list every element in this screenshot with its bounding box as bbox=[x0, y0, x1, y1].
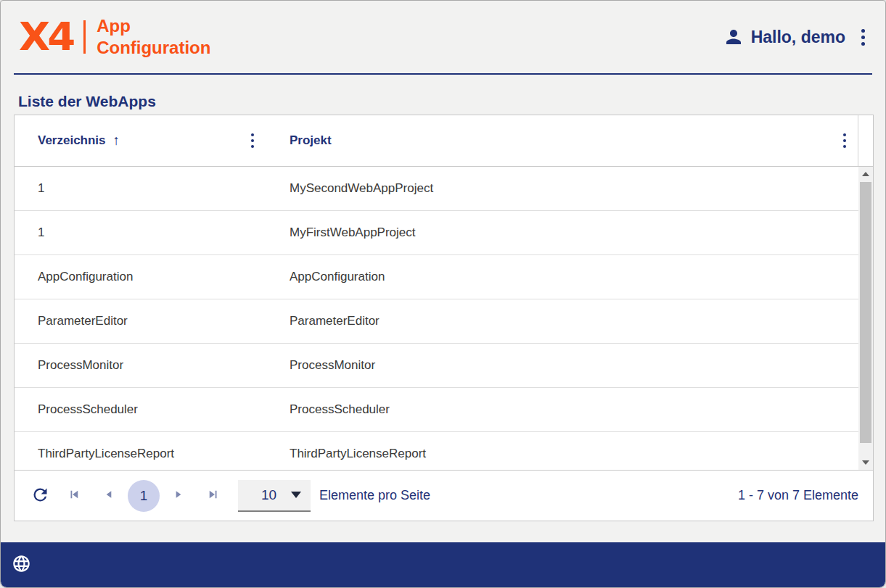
app-header: X4 App Configuration Hallo, demo bbox=[1, 1, 885, 73]
column-header-projekt: Projekt bbox=[268, 115, 858, 166]
next-page-button[interactable] bbox=[170, 486, 187, 505]
table-row[interactable]: 1 MyFirstWebAppProject bbox=[15, 211, 858, 255]
column-header-verzeichnis: Verzeichnis ↑ bbox=[15, 115, 268, 166]
table-header-scrollbar-spacer bbox=[858, 115, 873, 166]
app-footer bbox=[1, 542, 885, 587]
column-header-verzeichnis-label[interactable]: Verzeichnis bbox=[38, 133, 106, 148]
table-row[interactable]: ProcessMonitor ProcessMonitor bbox=[15, 344, 858, 388]
scrollbar-thumb[interactable] bbox=[860, 182, 871, 443]
table-scrollbar[interactable] bbox=[858, 167, 873, 470]
table-row[interactable]: ThirdPartyLicenseReport ThirdPartyLicens… bbox=[15, 432, 858, 470]
column-menu-verzeichnis-button[interactable] bbox=[247, 129, 258, 152]
app-window: X4 App Configuration Hallo, demo Liste d… bbox=[0, 0, 886, 588]
cell-projekt: ParameterEditor bbox=[268, 314, 858, 328]
scroll-up-icon bbox=[862, 172, 869, 176]
app-name: App Configuration bbox=[97, 15, 210, 59]
refresh-button[interactable] bbox=[30, 485, 50, 507]
page-size-label: Elemente pro Seite bbox=[319, 488, 430, 503]
current-page-button[interactable]: 1 bbox=[128, 480, 160, 512]
cell-verzeichnis: ProcessMonitor bbox=[15, 358, 268, 373]
cell-projekt: AppConfiguration bbox=[268, 270, 858, 284]
language-button[interactable] bbox=[12, 554, 31, 576]
table-row[interactable]: 1 MySecondWebAppProject bbox=[15, 167, 858, 211]
user-greeting: Hallo, demo bbox=[723, 26, 845, 48]
table-header-row: Verzeichnis ↑ Projekt bbox=[15, 115, 873, 167]
logo-divider bbox=[83, 20, 86, 54]
header-menu-button[interactable] bbox=[857, 25, 869, 50]
cell-verzeichnis: ParameterEditor bbox=[15, 314, 268, 328]
page-title: Liste der WebApps bbox=[18, 93, 156, 110]
chevron-right-icon bbox=[173, 489, 184, 502]
pagination-bar: 1 10 bbox=[15, 470, 873, 521]
cell-verzeichnis: 1 bbox=[15, 181, 268, 196]
cell-verzeichnis: ProcessScheduler bbox=[15, 402, 268, 417]
previous-page-button[interactable] bbox=[100, 486, 118, 505]
cell-projekt: MySecondWebAppProject bbox=[268, 181, 858, 196]
last-page-button[interactable] bbox=[204, 485, 223, 506]
globe-icon bbox=[12, 554, 31, 576]
cell-verzeichnis: 1 bbox=[15, 225, 268, 240]
person-icon bbox=[723, 26, 745, 48]
webapps-table: Verzeichnis ↑ Projekt 1 MySecondWebAppPr… bbox=[14, 115, 874, 521]
header-divider bbox=[14, 73, 872, 75]
scrollbar-up-button[interactable] bbox=[858, 167, 873, 181]
table-row[interactable]: AppConfiguration AppConfiguration bbox=[15, 255, 858, 299]
column-menu-projekt-button[interactable] bbox=[839, 129, 850, 152]
app-logo: X4 App Configuration bbox=[19, 15, 210, 59]
cell-projekt: ThirdPartyLicenseReport bbox=[268, 447, 858, 461]
cell-verzeichnis: ThirdPartyLicenseReport bbox=[15, 447, 268, 461]
refresh-icon bbox=[30, 485, 50, 507]
cell-verzeichnis: AppConfiguration bbox=[15, 270, 268, 284]
cell-projekt: MyFirstWebAppProject bbox=[268, 225, 858, 240]
pagination-range-label: 1 - 7 von 7 Elemente bbox=[738, 488, 858, 503]
column-header-projekt-label[interactable]: Projekt bbox=[290, 133, 332, 148]
pager-controls: 1 bbox=[57, 480, 231, 512]
sort-asc-icon[interactable]: ↑ bbox=[113, 133, 120, 149]
caret-down-icon bbox=[291, 492, 301, 498]
table-rows: 1 MySecondWebAppProject 1 MyFirstWebAppP… bbox=[15, 167, 858, 470]
scrollbar-down-button[interactable] bbox=[858, 455, 873, 470]
app-name-line1: App bbox=[97, 15, 210, 37]
chevron-left-icon bbox=[103, 489, 115, 502]
page-size-value: 10 bbox=[261, 487, 276, 503]
first-page-button[interactable] bbox=[65, 485, 83, 506]
cell-projekt: ProcessScheduler bbox=[268, 402, 858, 417]
scroll-down-icon bbox=[862, 460, 869, 465]
user-greeting-label: Hallo, demo bbox=[751, 28, 845, 47]
last-page-icon bbox=[207, 488, 220, 503]
page-size-select[interactable]: 10 bbox=[238, 480, 311, 512]
table-body: 1 MySecondWebAppProject 1 MyFirstWebAppP… bbox=[15, 167, 873, 470]
table-row[interactable]: ParameterEditor ParameterEditor bbox=[15, 299, 858, 344]
cell-projekt: ProcessMonitor bbox=[268, 358, 858, 373]
app-name-line2: Configuration bbox=[97, 37, 210, 59]
x4-logo: X4 bbox=[19, 17, 73, 56]
first-page-icon bbox=[67, 488, 81, 503]
table-row[interactable]: ProcessScheduler ProcessScheduler bbox=[15, 388, 858, 432]
